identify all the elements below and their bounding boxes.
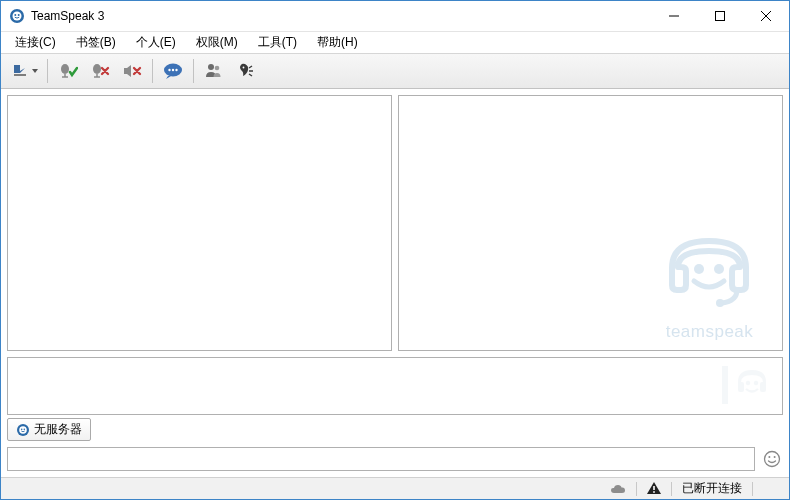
svg-point-3 <box>18 14 20 16</box>
teamspeak-watermark-icon <box>720 362 770 412</box>
chat-input-row <box>7 445 783 473</box>
chat-input[interactable] <box>7 447 755 471</box>
toolbar <box>1 53 789 89</box>
maximize-button[interactable] <box>697 1 743 31</box>
svg-point-9 <box>172 69 174 71</box>
teamspeak-logo: teamspeak <box>652 223 767 342</box>
menu-permissions[interactable]: 权限(M) <box>186 32 248 53</box>
svg-point-26 <box>774 456 776 458</box>
svg-point-18 <box>746 381 750 385</box>
svg-point-1 <box>13 12 22 21</box>
svg-point-24 <box>765 452 780 467</box>
svg-point-22 <box>21 428 23 430</box>
minimize-button[interactable] <box>651 1 697 31</box>
window-title: TeamSpeak 3 <box>31 9 104 23</box>
svg-point-23 <box>24 428 26 430</box>
svg-point-2 <box>14 14 16 16</box>
menubar: 连接(C) 书签(B) 个人(E) 权限(M) 工具(T) 帮助(H) <box>1 31 789 53</box>
chat-button[interactable] <box>158 57 188 85</box>
svg-point-16 <box>716 299 724 307</box>
titlebar: TeamSpeak 3 <box>1 1 789 31</box>
menu-tools[interactable]: 工具(T) <box>248 32 307 53</box>
mic-activate-button[interactable] <box>53 57 83 85</box>
connection-status-text: 已断开连接 <box>682 480 742 497</box>
chat-tabs: 无服务器 <box>7 419 783 441</box>
svg-point-25 <box>768 456 770 458</box>
svg-point-21 <box>19 426 27 434</box>
contacts-button[interactable] <box>199 57 229 85</box>
main-area: teamspeak <box>1 89 789 357</box>
svg-point-5 <box>61 64 69 74</box>
statusbar: 已断开连接 <box>1 477 789 499</box>
tab-label: 无服务器 <box>34 421 82 438</box>
svg-rect-27 <box>653 486 655 490</box>
svg-point-19 <box>754 381 758 385</box>
chat-log-panel[interactable] <box>7 357 783 415</box>
tab-no-server[interactable]: 无服务器 <box>7 418 91 441</box>
menu-bookmarks[interactable]: 书签(B) <box>66 32 126 53</box>
close-button[interactable] <box>743 1 789 31</box>
svg-point-13 <box>243 67 245 69</box>
mic-mute-button[interactable] <box>85 57 115 85</box>
svg-point-14 <box>694 264 704 274</box>
menu-connect[interactable]: 连接(C) <box>5 32 66 53</box>
away-toggle-button[interactable] <box>7 57 42 85</box>
svg-rect-4 <box>716 12 725 21</box>
svg-point-11 <box>208 64 214 70</box>
warning-icon[interactable] <box>647 482 661 495</box>
svg-point-12 <box>215 66 220 71</box>
app-icon <box>9 8 25 24</box>
menu-self[interactable]: 个人(E) <box>126 32 186 53</box>
svg-point-15 <box>714 264 724 274</box>
svg-point-10 <box>175 69 177 71</box>
cloud-icon[interactable] <box>610 483 626 495</box>
svg-rect-28 <box>653 491 655 493</box>
emoji-button[interactable] <box>761 448 783 470</box>
svg-rect-17 <box>722 366 728 404</box>
speaker-mute-button[interactable] <box>117 57 147 85</box>
svg-point-6 <box>93 64 101 74</box>
chevron-down-icon <box>32 69 38 73</box>
server-tree-panel[interactable] <box>7 95 392 351</box>
brand-text: teamspeak <box>652 322 767 342</box>
svg-point-8 <box>168 69 170 71</box>
menu-help[interactable]: 帮助(H) <box>307 32 368 53</box>
whisper-button[interactable] <box>231 57 261 85</box>
server-tab-icon <box>16 423 30 437</box>
info-panel[interactable]: teamspeak <box>398 95 783 351</box>
